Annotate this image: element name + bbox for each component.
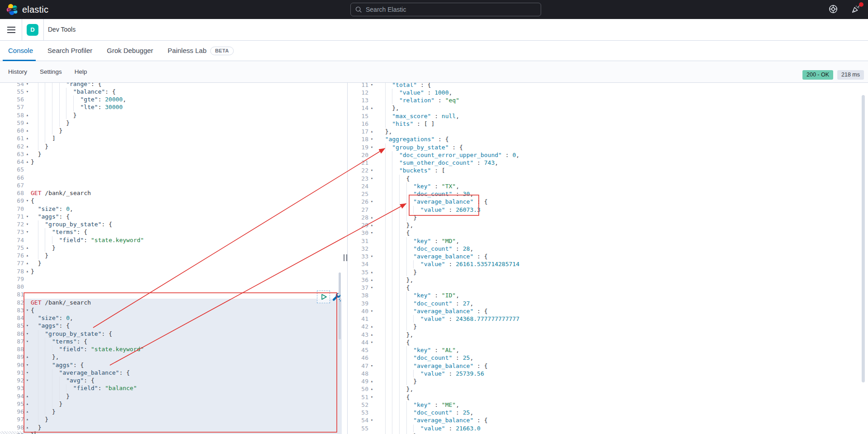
fold-toggle-icon[interactable]: ▴: [368, 323, 375, 330]
fold-toggle-icon[interactable]: ▴: [24, 119, 31, 127]
indent-guide: [406, 300, 414, 307]
fold-toggle-icon[interactable]: ▾: [24, 377, 31, 384]
fold-toggle-icon[interactable]: ▾: [368, 307, 375, 315]
code-content: "sum_other_doc_count" : 743,: [375, 159, 868, 167]
code-line: 55"value" : 21663.0: [348, 424, 868, 432]
line-number: 84: [0, 314, 24, 322]
menu-icon[interactable]: [7, 27, 15, 33]
fold-toggle-icon[interactable]: ▾: [24, 213, 31, 220]
fold-toggle-icon[interactable]: ▾: [24, 197, 31, 205]
code-token: ,: [123, 95, 126, 103]
space-badge[interactable]: D: [27, 24, 38, 36]
fold-toggle-icon[interactable]: ▾: [24, 88, 31, 95]
fold-toggle-icon[interactable]: ▴: [24, 392, 31, 400]
fold-toggle-icon[interactable]: ▾: [368, 362, 375, 370]
response-viewer[interactable]: 11▾"total" : {12"value" : 1000,13"relati…: [348, 83, 868, 434]
fold-toggle-icon[interactable]: ▴: [24, 143, 31, 150]
newsfeed-party-popper-icon[interactable]: [851, 4, 862, 15]
request-editor[interactable]: 54▾"range": {55▾"balance": {56"gte": 200…: [0, 83, 342, 434]
fold-toggle-icon[interactable]: ▾: [368, 143, 375, 151]
fold-toggle-icon[interactable]: ▴: [24, 134, 31, 142]
fold-toggle-icon[interactable]: ▾: [368, 284, 375, 291]
fold-toggle-icon[interactable]: ▴: [24, 415, 31, 423]
fold-toggle-icon[interactable]: ▴: [24, 408, 31, 415]
fold-toggle-icon[interactable]: ▴: [368, 221, 375, 229]
indent-guide: [38, 127, 45, 134]
line-number: 64: [0, 158, 24, 166]
tab-search-profiler[interactable]: Search Profiler: [40, 41, 99, 61]
fold-toggle-icon[interactable]: ▾: [368, 167, 375, 174]
fold-toggle-icon[interactable]: ▴: [24, 127, 31, 134]
fold-toggle-icon[interactable]: ▾: [368, 83, 375, 89]
fold-toggle-icon[interactable]: ▴: [368, 128, 375, 135]
code-content: }: [31, 259, 342, 267]
fold-toggle-icon[interactable]: ▴: [368, 214, 375, 221]
send-request-button[interactable]: [317, 291, 330, 303]
line-number: 55: [348, 424, 368, 432]
help-icon[interactable]: [828, 4, 839, 15]
fold-toggle-icon[interactable]: ▴: [24, 111, 31, 119]
line-number: 59: [0, 119, 24, 127]
fold-toggle-icon[interactable]: ▾: [24, 369, 31, 377]
indent-guide: [399, 401, 406, 409]
indent-guide: [31, 111, 38, 119]
fold-toggle-icon[interactable]: ▴: [368, 331, 375, 339]
fold-toggle-icon[interactable]: ▴: [24, 259, 31, 267]
fold-toggle-icon[interactable]: ▾: [24, 83, 31, 88]
fold-toggle-icon[interactable]: ▴: [24, 353, 31, 361]
fold-toggle-icon[interactable]: ▾: [368, 198, 375, 205]
fold-toggle-icon[interactable]: ▴: [368, 385, 375, 393]
code-line: 43▴},: [348, 331, 868, 339]
fold-toggle-icon[interactable]: ▴: [368, 268, 375, 276]
menu-item-history[interactable]: History: [8, 68, 27, 75]
menu-item-settings[interactable]: Settings: [40, 68, 62, 75]
wrench-button[interactable]: [331, 292, 341, 302]
tab-grok-debugger[interactable]: Grok Debugger: [99, 41, 160, 61]
indent-guide: [406, 370, 414, 377]
fold-toggle-icon[interactable]: ▾: [368, 253, 375, 260]
fold-toggle-icon[interactable]: ▾: [24, 220, 31, 228]
fold-toggle-icon[interactable]: ▴: [24, 267, 31, 275]
fold-toggle-icon[interactable]: ▴: [368, 104, 375, 112]
fold-toggle-icon[interactable]: ▴: [24, 431, 31, 434]
indent-guide: [406, 268, 414, 276]
fold-toggle-icon[interactable]: ▴: [368, 377, 375, 385]
fold-toggle-icon[interactable]: ▾: [24, 338, 31, 345]
fold-toggle-icon[interactable]: ▾: [24, 228, 31, 236]
line-number: 43: [348, 331, 368, 339]
indent-guide: [31, 415, 38, 423]
fold-toggle-icon[interactable]: ▴: [24, 150, 31, 158]
fold-toggle-icon[interactable]: ▴: [24, 424, 31, 431]
fold-toggle-icon[interactable]: ▾: [368, 416, 375, 424]
fold-toggle-icon[interactable]: ▴: [368, 276, 375, 284]
fold-toggle-icon[interactable]: ▾: [368, 135, 375, 143]
fold-toggle-icon[interactable]: ▾: [368, 339, 375, 346]
elastic-home-link[interactable]: elastic: [6, 0, 48, 19]
fold-toggle-icon[interactable]: ▾: [368, 229, 375, 237]
fold-toggle-icon[interactable]: ▴: [368, 432, 375, 434]
fold-spacer: [24, 236, 31, 244]
fold-toggle-icon[interactable]: ▾: [24, 361, 31, 369]
code-token: ,: [470, 245, 473, 253]
right-scrollbar-thumb[interactable]: [862, 95, 865, 382]
line-number: 85: [0, 322, 24, 329]
line-number: 82: [0, 299, 24, 306]
tab-console[interactable]: Console: [1, 41, 40, 61]
line-number: 24: [348, 182, 368, 190]
fold-toggle-icon[interactable]: ▾: [368, 175, 375, 182]
indent-guide: [392, 300, 399, 307]
fold-toggle-icon[interactable]: ▴: [24, 158, 31, 166]
fold-toggle-icon[interactable]: ▾: [24, 306, 31, 314]
fold-toggle-icon[interactable]: ▾: [24, 322, 31, 329]
search-input[interactable]: Search Elastic: [350, 3, 541, 16]
left-scrollbar-thumb[interactable]: [339, 272, 341, 339]
code-line: 70"size": 0,: [0, 205, 342, 213]
fold-toggle-icon[interactable]: ▴: [24, 400, 31, 408]
fold-toggle-icon[interactable]: ▴: [24, 252, 31, 259]
tab-painless-lab[interactable]: Painless Lab BETA: [160, 41, 241, 61]
panel-resizer-handle[interactable]: [344, 254, 347, 261]
fold-toggle-icon[interactable]: ▴: [24, 244, 31, 252]
fold-toggle-icon[interactable]: ▾: [368, 393, 375, 401]
fold-toggle-icon[interactable]: ▾: [24, 330, 31, 338]
menu-item-help[interactable]: Help: [75, 68, 87, 75]
